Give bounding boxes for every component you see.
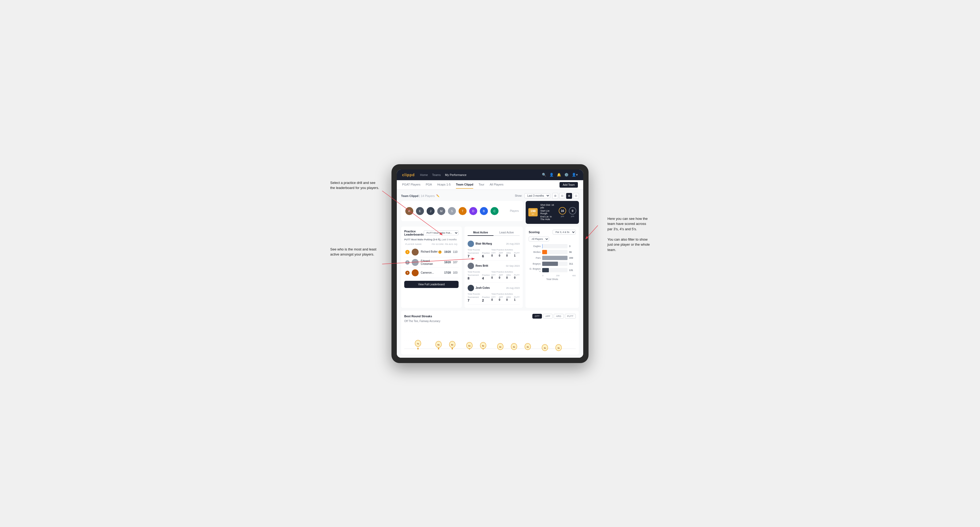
tab-least-active[interactable]: Least Active — [493, 230, 520, 236]
add-team-button[interactable]: Add Team — [560, 182, 578, 187]
player-count: | 14 Players — [419, 194, 434, 197]
player-avatar-1[interactable]: R — [405, 207, 413, 215]
settings-icon[interactable]: ⚙️ — [564, 173, 568, 177]
view-grid-icon[interactable]: ⊞ — [552, 193, 558, 199]
show-select[interactable]: Last 3 months Last month Last year — [524, 193, 550, 198]
pa-name-2: Rees Britt — [476, 264, 504, 267]
nav-home[interactable]: Home — [420, 172, 428, 178]
view-table-icon[interactable]: ⊡ — [573, 193, 579, 199]
pa-avatar-2 — [468, 263, 474, 269]
score-bar-bogeys: Bogeys 311 — [529, 262, 576, 266]
dbogeys-label: D. Bogeys + — [529, 268, 541, 273]
lb-name-2: Edward Crossman — [421, 259, 442, 265]
svg-text:5x: 5x — [468, 344, 471, 347]
streaks-tab-ott[interactable]: OTT — [532, 314, 542, 319]
subnav-all-players[interactable]: All Players — [490, 181, 504, 189]
nav-teams[interactable]: Teams — [432, 172, 441, 178]
scoring-filter-players[interactable]: All Players — [529, 237, 549, 241]
pa-header-2: Rees Britt 02 Sep 2023 — [468, 263, 520, 269]
player-avatar-6[interactable]: T — [458, 207, 466, 215]
view-list-icon[interactable]: ⊟ — [559, 193, 565, 199]
edit-icon[interactable]: ✏️ — [436, 194, 439, 197]
pa-stats-1: Total Rounds Tournament 7 Practice — [468, 249, 520, 258]
streaks-header: Best Round Streaks OTT APP ARG PUTT — [404, 314, 576, 319]
eagles-label: Eagles — [529, 245, 541, 248]
svg-text:3x: 3x — [544, 346, 546, 349]
nav-my-performance[interactable]: My Performance — [445, 172, 466, 178]
eagles-value: 3 — [569, 245, 576, 248]
avatar-icon[interactable]: 👤▾ — [572, 173, 578, 177]
scoring-chart: Eagles 3 Birdies — [529, 244, 576, 281]
svg-text:4x: 4x — [513, 346, 515, 348]
page-wrapper: Select a practice drill and see the lead… — [330, 164, 650, 363]
team-header: Team Clippd | 14 Players ✏️ Show: Last 3… — [401, 193, 579, 199]
lb-row-1: 1 Richard Butler 🏅 19/20 110 — [404, 247, 458, 257]
scoring-header: Scoring Par 3, 4 & 5s Par 3s Par 4s Par … — [529, 230, 576, 241]
svg-point-4 — [417, 348, 419, 349]
start-lie: Start Lie: Rough — [540, 210, 556, 215]
pa-avatar-1 — [468, 241, 474, 247]
tab-most-active[interactable]: Most Active — [468, 230, 494, 236]
activity-panel: Most Active Least Active Blair McHarg 26… — [465, 227, 523, 308]
player-avatar-5[interactable]: S — [448, 207, 456, 215]
view-full-leaderboard-button[interactable]: View Full Leaderboard — [404, 281, 458, 288]
pa-practice-activities-1: Total Practice Activities OTT 0 APP — [492, 249, 520, 258]
streaks-tab-app[interactable]: APP — [543, 314, 552, 319]
streaks-tab-putt[interactable]: PUTT — [565, 314, 576, 319]
player-avatar-9[interactable]: C — [490, 207, 498, 215]
svg-text:6x: 6x — [451, 343, 453, 346]
nav-icons: 🔍 👤 🔔 ⚙️ 👤▾ — [542, 173, 578, 177]
birdies-fill — [542, 250, 547, 254]
yds-zero-section: 0 yds — [569, 207, 576, 217]
pars-track — [542, 256, 568, 260]
pars-fill — [542, 256, 568, 260]
view-icons: ⊞ ⊟ ⊠ ⊡ — [552, 193, 579, 199]
scoring-filter-pars[interactable]: Par 3, 4 & 5s Par 3s Par 4s Par 5s — [552, 230, 576, 235]
bogeys-label: Bogeys — [529, 262, 541, 265]
subnav-pgat[interactable]: PGAT Players — [402, 181, 420, 189]
dbogeys-track — [542, 268, 568, 272]
lb-score-3: 17/20 — [444, 271, 451, 274]
player-activity-3: Josh Coles 26 Aug 2023 Total Rounds Tour… — [468, 283, 520, 305]
streaks-panel: Best Round Streaks OTT APP ARG PUTT Off … — [401, 311, 579, 354]
player-avatar-8[interactable]: B — [480, 207, 488, 215]
player-avatar-4[interactable]: M — [437, 207, 445, 215]
pa-date-2: 02 Sep 2023 — [506, 265, 520, 267]
navbar: clippd Home Teams My Performance 🔍 👤 🔔 ⚙… — [397, 170, 583, 180]
lb-avg-1: 110 — [453, 251, 458, 253]
yds-value-circle: 16 — [559, 207, 566, 214]
shot-details: Shot Dist: 16 yds Start Lie: Rough End L… — [540, 204, 556, 221]
lb-avatar-1 — [412, 249, 418, 256]
score-x-label: Total Shots — [529, 278, 576, 281]
streaks-tab-arg[interactable]: ARG — [554, 314, 564, 319]
team-title: Team Clippd | 14 Players — [401, 194, 434, 197]
svg-text:7x: 7x — [417, 342, 419, 344]
pars-value: 499 — [569, 257, 576, 259]
players-row: R E J M S T D B C Players — [401, 201, 523, 221]
lb-column-headers: PLAYER NAME PB SCORE PB AVG SQ — [404, 243, 458, 245]
subnav-pga[interactable]: PGA — [426, 181, 432, 189]
eagles-track — [542, 244, 568, 248]
svg-text:3x: 3x — [558, 346, 560, 349]
score-bar-birdies: Birdies 96 — [529, 250, 576, 254]
bell-icon[interactable]: 🔔 — [557, 173, 561, 177]
subnav-team-clippd[interactable]: Team Clippd — [456, 181, 473, 189]
search-icon[interactable]: 🔍 — [542, 173, 546, 177]
people-icon[interactable]: 👤 — [549, 173, 554, 177]
score-axis: 0 200 400 — [529, 275, 576, 277]
player-avatar-7[interactable]: D — [469, 207, 477, 215]
player-avatar-3[interactable]: J — [426, 207, 434, 215]
player-avatar-2[interactable]: E — [416, 207, 424, 215]
subnav-tour[interactable]: Tour — [479, 181, 484, 189]
bogeys-track — [542, 262, 568, 266]
show-label: Show: — [515, 194, 522, 197]
bogeys-fill — [542, 262, 558, 266]
leaderboard-drill-select[interactable]: PUTT Must Make Putt... — [424, 230, 458, 235]
lb-score-1: 19/20 — [444, 251, 451, 253]
pa-total-rounds-1: Total Rounds Tournament 7 Practice — [468, 249, 490, 258]
leaderboard-header: Practice Leaderboards PUTT Must Make Put… — [404, 230, 458, 236]
view-card-icon[interactable]: ⊠ — [566, 193, 572, 199]
subnav-hcaps[interactable]: Hcaps 1-5 — [437, 181, 450, 189]
tablet-frame: clippd Home Teams My Performance 🔍 👤 🔔 ⚙… — [391, 164, 589, 363]
lb-avatar-3 — [412, 269, 418, 276]
